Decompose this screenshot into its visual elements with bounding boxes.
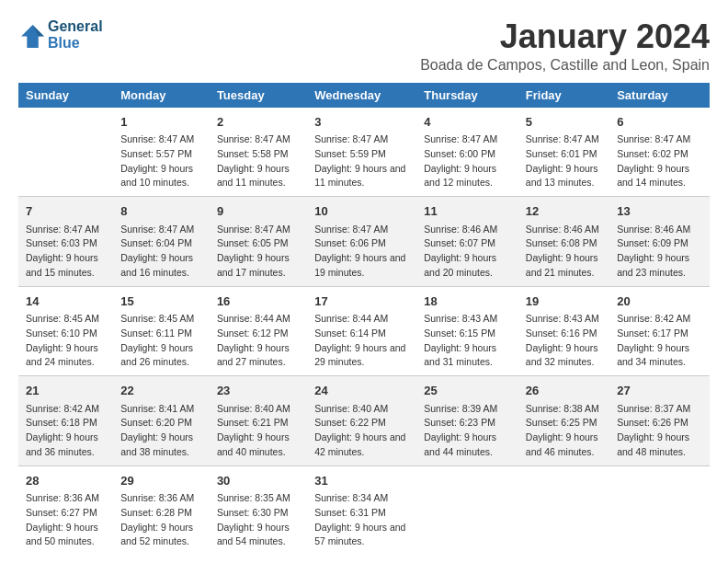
calendar-cell: 8Sunrise: 8:47 AMSunset: 6:04 PMDaylight…: [113, 197, 210, 287]
calendar-week-row: 21Sunrise: 8:42 AMSunset: 6:18 PMDayligh…: [18, 376, 710, 466]
calendar-cell: 12Sunrise: 8:46 AMSunset: 6:08 PMDayligh…: [518, 197, 609, 287]
calendar-cell: 7Sunrise: 8:47 AMSunset: 6:03 PMDaylight…: [18, 197, 113, 287]
weekday-header-friday: Friday: [518, 83, 609, 108]
day-info: Sunrise: 8:37 AMSunset: 6:26 PMDaylight:…: [617, 402, 702, 460]
day-number: 4: [424, 113, 511, 132]
calendar-cell: [416, 465, 518, 555]
day-number: 25: [424, 382, 511, 400]
day-number: 8: [120, 202, 202, 221]
day-info: Sunrise: 8:39 AMSunset: 6:23 PMDaylight:…: [424, 402, 511, 460]
calendar-week-row: 1Sunrise: 8:47 AMSunset: 5:57 PMDaylight…: [18, 108, 710, 197]
day-info: Sunrise: 8:43 AMSunset: 6:16 PMDaylight:…: [526, 312, 602, 370]
day-info: Sunrise: 8:47 AMSunset: 5:57 PMDaylight:…: [120, 132, 202, 190]
calendar-cell: 30Sunrise: 8:35 AMSunset: 6:30 PMDayligh…: [210, 465, 307, 555]
logo-text-blue: Blue: [48, 35, 103, 52]
weekday-header-thursday: Thursday: [416, 83, 518, 108]
calendar-cell: 26Sunrise: 8:38 AMSunset: 6:25 PMDayligh…: [518, 376, 609, 466]
day-number: 27: [617, 382, 702, 400]
day-number: 16: [217, 293, 300, 311]
calendar-week-row: 14Sunrise: 8:45 AMSunset: 6:10 PMDayligh…: [18, 286, 710, 376]
day-number: 28: [26, 472, 106, 490]
calendar-cell: 5Sunrise: 8:47 AMSunset: 6:01 PMDaylight…: [518, 108, 609, 197]
day-number: 13: [617, 202, 702, 221]
day-number: 5: [526, 113, 602, 132]
weekday-header-sunday: Sunday: [18, 83, 113, 108]
day-info: Sunrise: 8:47 AMSunset: 6:06 PMDaylight:…: [314, 223, 409, 281]
day-number: 20: [617, 293, 702, 311]
day-info: Sunrise: 8:40 AMSunset: 6:22 PMDaylight:…: [314, 402, 409, 460]
page-header: General Blue January 2024 Boada de Campo…: [18, 18, 710, 74]
calendar-cell: 21Sunrise: 8:42 AMSunset: 6:18 PMDayligh…: [18, 376, 113, 466]
calendar-cell: 1Sunrise: 8:47 AMSunset: 5:57 PMDaylight…: [113, 108, 210, 197]
calendar-cell: 31Sunrise: 8:34 AMSunset: 6:31 PMDayligh…: [307, 465, 416, 555]
calendar-cell: 11Sunrise: 8:46 AMSunset: 6:07 PMDayligh…: [416, 197, 518, 287]
day-info: Sunrise: 8:44 AMSunset: 6:14 PMDaylight:…: [314, 312, 409, 370]
month-year-title: January 2024: [420, 18, 710, 55]
weekday-header-saturday: Saturday: [609, 83, 710, 108]
calendar-cell: 3Sunrise: 8:47 AMSunset: 5:59 PMDaylight…: [307, 108, 416, 197]
day-info: Sunrise: 8:36 AMSunset: 6:27 PMDaylight:…: [26, 491, 106, 549]
svg-marker-0: [21, 25, 44, 48]
weekday-header-monday: Monday: [113, 83, 210, 108]
day-number: 23: [217, 382, 300, 400]
day-number: 31: [314, 472, 409, 490]
day-number: 14: [26, 293, 106, 311]
calendar-cell: 19Sunrise: 8:43 AMSunset: 6:16 PMDayligh…: [518, 286, 609, 376]
calendar-cell: 24Sunrise: 8:40 AMSunset: 6:22 PMDayligh…: [307, 376, 416, 466]
day-number: 2: [217, 113, 300, 132]
weekday-header-wednesday: Wednesday: [307, 83, 416, 108]
calendar-cell: 23Sunrise: 8:40 AMSunset: 6:21 PMDayligh…: [210, 376, 307, 466]
day-info: Sunrise: 8:42 AMSunset: 6:18 PMDaylight:…: [26, 402, 106, 460]
day-info: Sunrise: 8:47 AMSunset: 5:59 PMDaylight:…: [314, 132, 409, 190]
weekday-header-row: SundayMondayTuesdayWednesdayThursdayFrid…: [18, 83, 710, 108]
day-number: 19: [526, 293, 602, 311]
day-info: Sunrise: 8:40 AMSunset: 6:21 PMDaylight:…: [217, 402, 300, 460]
calendar-table: SundayMondayTuesdayWednesdayThursdayFrid…: [18, 83, 710, 556]
calendar-week-row: 28Sunrise: 8:36 AMSunset: 6:27 PMDayligh…: [18, 465, 710, 555]
day-info: Sunrise: 8:41 AMSunset: 6:20 PMDaylight:…: [120, 402, 202, 460]
day-info: Sunrise: 8:45 AMSunset: 6:10 PMDaylight:…: [26, 312, 106, 370]
title-area: January 2024 Boada de Campos, Castille a…: [420, 18, 710, 74]
day-number: 11: [424, 202, 511, 221]
calendar-cell: [518, 465, 609, 555]
calendar-cell: 15Sunrise: 8:45 AMSunset: 6:11 PMDayligh…: [113, 286, 210, 376]
calendar-cell: 22Sunrise: 8:41 AMSunset: 6:20 PMDayligh…: [113, 376, 210, 466]
calendar-cell: 20Sunrise: 8:42 AMSunset: 6:17 PMDayligh…: [609, 286, 710, 376]
day-number: 1: [120, 113, 202, 132]
day-info: Sunrise: 8:36 AMSunset: 6:28 PMDaylight:…: [120, 491, 202, 549]
day-info: Sunrise: 8:47 AMSunset: 6:01 PMDaylight:…: [526, 132, 602, 190]
day-number: 21: [26, 382, 106, 400]
calendar-cell: 10Sunrise: 8:47 AMSunset: 6:06 PMDayligh…: [307, 197, 416, 287]
calendar-cell: [609, 465, 710, 555]
calendar-cell: 29Sunrise: 8:36 AMSunset: 6:28 PMDayligh…: [113, 465, 210, 555]
calendar-week-row: 7Sunrise: 8:47 AMSunset: 6:03 PMDaylight…: [18, 197, 710, 287]
day-number: 15: [120, 293, 202, 311]
calendar-cell: 13Sunrise: 8:46 AMSunset: 6:09 PMDayligh…: [609, 197, 710, 287]
logo-text-general: General: [48, 18, 103, 35]
day-info: Sunrise: 8:44 AMSunset: 6:12 PMDaylight:…: [217, 312, 300, 370]
calendar-cell: 18Sunrise: 8:43 AMSunset: 6:15 PMDayligh…: [416, 286, 518, 376]
calendar-cell: 27Sunrise: 8:37 AMSunset: 6:26 PMDayligh…: [609, 376, 710, 466]
day-number: 6: [617, 113, 702, 132]
location-subtitle: Boada de Campos, Castille and Leon, Spai…: [420, 57, 710, 74]
day-number: 17: [314, 293, 409, 311]
day-info: Sunrise: 8:46 AMSunset: 6:07 PMDaylight:…: [424, 223, 511, 281]
day-info: Sunrise: 8:46 AMSunset: 6:08 PMDaylight:…: [526, 223, 602, 281]
calendar-cell: 14Sunrise: 8:45 AMSunset: 6:10 PMDayligh…: [18, 286, 113, 376]
calendar-cell: 9Sunrise: 8:47 AMSunset: 6:05 PMDaylight…: [210, 197, 307, 287]
calendar-cell: 2Sunrise: 8:47 AMSunset: 5:58 PMDaylight…: [210, 108, 307, 197]
day-info: Sunrise: 8:47 AMSunset: 6:00 PMDaylight:…: [424, 132, 511, 190]
day-number: 7: [26, 202, 106, 221]
day-number: 10: [314, 202, 409, 221]
day-info: Sunrise: 8:47 AMSunset: 6:02 PMDaylight:…: [617, 132, 702, 190]
day-number: 26: [526, 382, 602, 400]
day-number: 29: [120, 472, 202, 490]
day-number: 22: [120, 382, 202, 400]
day-info: Sunrise: 8:35 AMSunset: 6:30 PMDaylight:…: [217, 491, 300, 549]
calendar-cell: 25Sunrise: 8:39 AMSunset: 6:23 PMDayligh…: [416, 376, 518, 466]
calendar-cell: [18, 108, 113, 197]
day-info: Sunrise: 8:34 AMSunset: 6:31 PMDaylight:…: [314, 491, 409, 549]
logo-icon: [18, 22, 44, 48]
calendar-cell: 16Sunrise: 8:44 AMSunset: 6:12 PMDayligh…: [210, 286, 307, 376]
calendar-cell: 6Sunrise: 8:47 AMSunset: 6:02 PMDaylight…: [609, 108, 710, 197]
